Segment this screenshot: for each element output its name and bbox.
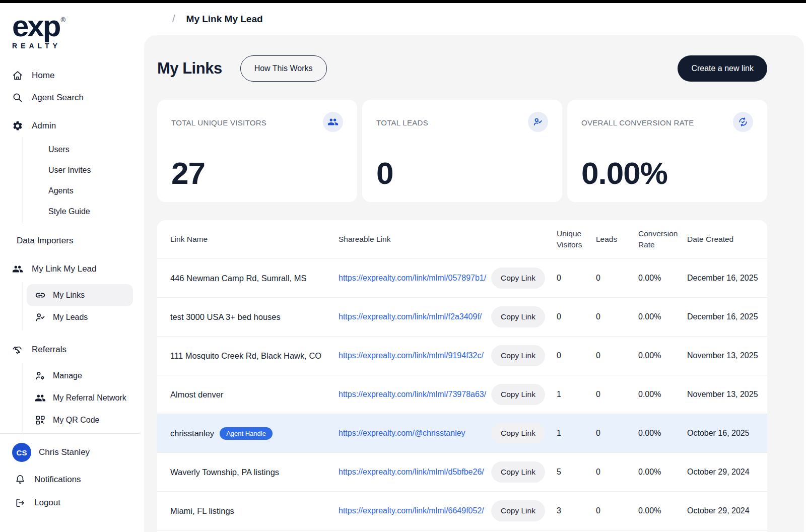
logo-sub: REALTY bbox=[12, 42, 140, 49]
conversion-rate-value: 0.00% bbox=[638, 274, 687, 283]
breadcrumb-separator: / bbox=[172, 13, 175, 25]
user-profile[interactable]: CS Chris Stanley bbox=[12, 443, 128, 462]
sidebar-item-user-invites[interactable]: User Invites bbox=[23, 160, 140, 180]
date-created-value: December 16, 2025 bbox=[687, 274, 767, 283]
table-row: Waverly Township, PA listings https://ex… bbox=[157, 452, 767, 491]
stats-row: TOTAL UNIQUE VISITORS 27 TOTAL LEADS 0 bbox=[157, 100, 767, 202]
stat-value: 0.00% bbox=[581, 158, 753, 191]
sidebar-item-label: Notifications bbox=[34, 475, 81, 485]
stat-card-unique-visitors: TOTAL UNIQUE VISITORS 27 bbox=[157, 100, 357, 202]
links-table: Link Name Shareable Link Unique Visitors… bbox=[157, 220, 767, 532]
link-name: chrisstanley bbox=[170, 429, 214, 438]
window-top-bar bbox=[0, 0, 806, 3]
table-header-row: Link Name Shareable Link Unique Visitors… bbox=[157, 220, 767, 258]
table-row: 446 Newman Camp Rd, Sumrall, MS https://… bbox=[157, 258, 767, 297]
avatar: CS bbox=[12, 443, 31, 462]
people-icon bbox=[12, 263, 23, 275]
unique-visitors-value: 0 bbox=[557, 312, 596, 321]
user-name: Chris Stanley bbox=[39, 447, 90, 457]
sidebar-item-label: Style Guide bbox=[48, 207, 90, 216]
bell-icon bbox=[15, 474, 26, 485]
breadcrumb-current[interactable]: My Link My Lead bbox=[186, 14, 263, 25]
sidebar-item-notifications[interactable]: Notifications bbox=[12, 474, 128, 485]
table-row: 111 Mosquito Creek Rd, Black Hawk, CO ht… bbox=[157, 336, 767, 375]
copy-link-button[interactable]: Copy Link bbox=[491, 500, 545, 521]
date-created-value: October 16, 2025 bbox=[687, 429, 767, 438]
link-icon bbox=[35, 290, 46, 301]
sidebar-item-my-leads[interactable]: My Leads bbox=[27, 306, 133, 328]
sidebar-nav-scroll: exp® REALTY Home Agent Search Admin bbox=[0, 3, 140, 433]
shareable-link[interactable]: https://exprealty.com/link/mlml/d5bfbe26… bbox=[339, 468, 484, 476]
how-this-works-button[interactable]: How This Works bbox=[240, 55, 327, 82]
exp-realty-logo[interactable]: exp® REALTY bbox=[0, 3, 140, 49]
shareable-link[interactable]: https://exprealty.com/link/mlml/9194f32c… bbox=[339, 351, 484, 360]
sidebar-item-my-links[interactable]: My Links bbox=[27, 284, 133, 306]
page-header: My Links How This Works Create a new lin… bbox=[157, 54, 767, 83]
link-name: Waverly Township, PA listings bbox=[157, 468, 339, 477]
shareable-link[interactable]: https://exprealty.com/link/mlml/f2a3409f… bbox=[339, 312, 482, 321]
sidebar-item-referrals[interactable]: Referrals bbox=[0, 339, 140, 361]
shareable-link[interactable]: https://exprealty.com/link/mlml/6649f052… bbox=[339, 506, 484, 515]
copy-link-button[interactable]: Copy Link bbox=[491, 306, 545, 327]
handshake-icon bbox=[12, 344, 23, 355]
people-icon bbox=[35, 392, 46, 404]
copy-link-button[interactable]: Copy Link bbox=[491, 384, 545, 405]
sidebar-item-users[interactable]: Users bbox=[23, 139, 140, 160]
table-row: Almost denver https://exprealty.com/link… bbox=[157, 375, 767, 414]
shareable-link[interactable]: https://exprealty.com/@chrisstanley bbox=[339, 429, 465, 437]
copy-link-button[interactable]: Copy Link bbox=[491, 345, 545, 366]
column-header-leads: Leads bbox=[596, 234, 638, 245]
sidebar-item-my-link-my-lead[interactable]: My Link My Lead bbox=[0, 258, 140, 280]
copy-link-button[interactable]: Copy Link bbox=[491, 461, 545, 483]
stat-value: 0 bbox=[376, 158, 548, 191]
sidebar-item-admin[interactable]: Admin bbox=[0, 115, 140, 137]
leads-value: 0 bbox=[596, 351, 638, 360]
unique-visitors-value: 0 bbox=[557, 351, 596, 360]
sidebar-item-agent-search[interactable]: Agent Search bbox=[0, 87, 140, 109]
stat-label: TOTAL UNIQUE VISITORS bbox=[171, 118, 266, 127]
leads-value: 0 bbox=[596, 312, 638, 321]
conversion-rate-value: 0.00% bbox=[638, 506, 687, 515]
sidebar-item-logout[interactable]: Logout bbox=[12, 497, 128, 508]
person-check-icon bbox=[35, 312, 46, 323]
sidebar-item-label: My Links bbox=[53, 291, 85, 300]
column-header-unique-visitors: Unique Visitors bbox=[557, 228, 596, 251]
sidebar-item-label: Manage bbox=[53, 371, 82, 380]
logout-icon bbox=[15, 497, 26, 508]
person-check-icon bbox=[528, 112, 548, 132]
stat-value: 27 bbox=[171, 158, 343, 191]
link-name: Miami, FL listings bbox=[157, 506, 339, 516]
column-header-conversion-rate: Conversion Rate bbox=[638, 228, 687, 251]
date-created-value: October 29, 2024 bbox=[687, 468, 767, 477]
content-panel: My Links How This Works Create a new lin… bbox=[144, 35, 804, 532]
leads-value: 0 bbox=[596, 506, 638, 515]
sidebar-item-label: Home bbox=[32, 71, 54, 81]
stat-label: TOTAL LEADS bbox=[376, 118, 428, 127]
admin-sub-list: Users User Invites Agents Style Guide bbox=[23, 137, 140, 224]
sidebar-item-manage[interactable]: Manage bbox=[27, 365, 133, 387]
sidebar-item-home[interactable]: Home bbox=[0, 64, 140, 87]
sidebar-item-my-referral-network[interactable]: My Referral Network bbox=[27, 387, 133, 409]
copy-link-button[interactable]: Copy Link bbox=[491, 268, 545, 289]
sidebar-item-agents[interactable]: Agents bbox=[23, 180, 140, 201]
sidebar-item-label: Agents bbox=[48, 186, 74, 195]
date-created-value: October 29, 2024 bbox=[687, 506, 767, 515]
unique-visitors-value: 1 bbox=[557, 390, 596, 399]
unique-visitors-value: 5 bbox=[557, 468, 596, 477]
table-row-highlighted: chrisstanley Agent Handle https://exprea… bbox=[157, 414, 767, 452]
shareable-link[interactable]: https://exprealty.com/link/mlml/73978a63… bbox=[339, 390, 486, 398]
sidebar-item-label: Referrals bbox=[32, 345, 66, 355]
sidebar-item-label: Users bbox=[48, 145, 70, 154]
copy-link-button[interactable]: Copy Link bbox=[491, 423, 545, 444]
column-header-link-name: Link Name bbox=[157, 234, 339, 245]
sidebar-item-label: Data Importers bbox=[17, 236, 73, 246]
sidebar-item-my-qr-code[interactable]: My QR Code bbox=[27, 409, 133, 431]
table-row: test 3000 USA 3+ bed houses https://expr… bbox=[157, 297, 767, 336]
sidebar-item-data-importers[interactable]: Data Importers bbox=[0, 230, 140, 252]
sidebar-item-style-guide[interactable]: Style Guide bbox=[23, 201, 140, 222]
logo-word: exp bbox=[12, 9, 59, 43]
gear-icon bbox=[12, 120, 23, 131]
leads-value: 0 bbox=[596, 429, 638, 438]
create-new-link-button[interactable]: Create a new link bbox=[678, 55, 767, 82]
shareable-link[interactable]: https://exprealty.com/link/mlml/057897b1… bbox=[339, 274, 486, 282]
